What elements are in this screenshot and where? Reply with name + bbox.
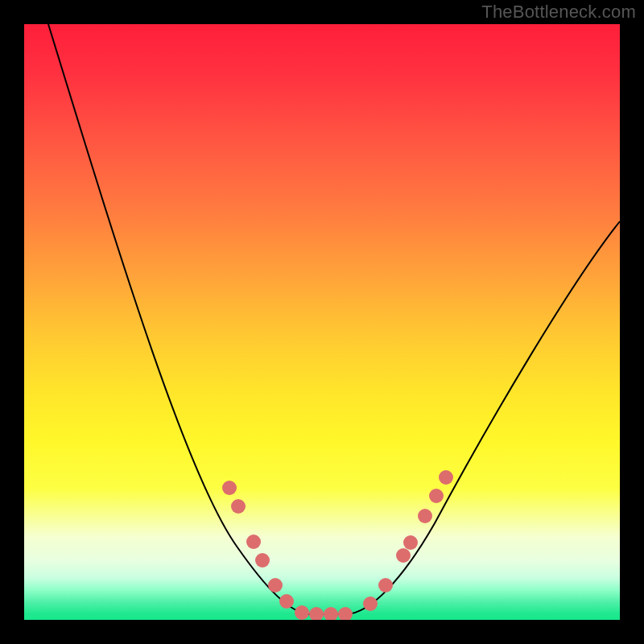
data-marker bbox=[338, 607, 353, 620]
chart-frame: TheBottleneck.com bbox=[0, 0, 644, 644]
bottleneck-curve bbox=[48, 24, 620, 614]
data-marker bbox=[231, 499, 246, 514]
data-marker bbox=[396, 548, 411, 563]
data-marker bbox=[255, 553, 270, 568]
data-marker bbox=[279, 594, 294, 609]
curve-layer bbox=[24, 24, 620, 620]
data-marker bbox=[309, 607, 324, 620]
data-marker bbox=[222, 481, 237, 495]
marker-group bbox=[222, 470, 453, 620]
data-marker bbox=[363, 597, 378, 611]
data-marker bbox=[418, 509, 432, 523]
data-marker bbox=[268, 578, 283, 592]
data-marker bbox=[246, 535, 261, 549]
data-marker bbox=[429, 489, 444, 503]
data-marker bbox=[295, 605, 309, 620]
watermark-label: TheBottleneck.com bbox=[481, 2, 636, 23]
data-marker bbox=[403, 535, 418, 550]
data-marker bbox=[378, 578, 393, 592]
data-marker bbox=[324, 607, 338, 620]
data-marker bbox=[439, 470, 453, 485]
plot-area bbox=[24, 24, 620, 620]
